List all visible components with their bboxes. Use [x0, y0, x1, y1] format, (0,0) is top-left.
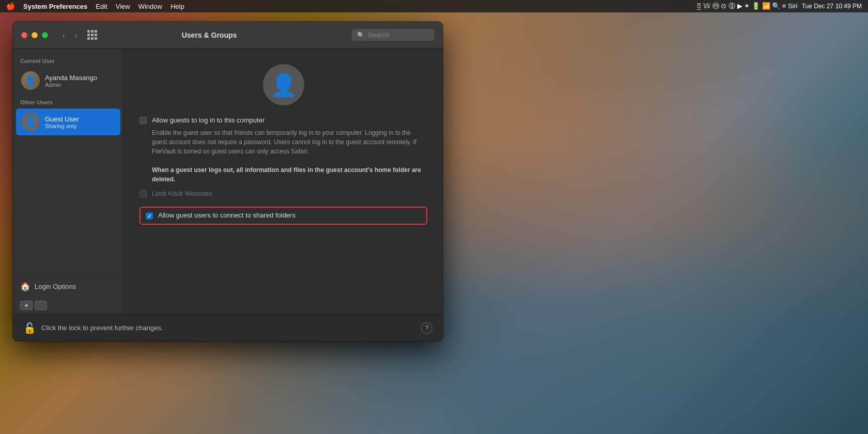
allow-shared-folders-highlight: ✓ Allow guest users to connect to shared… — [140, 207, 427, 224]
allow-shared-folders-checkbox[interactable]: ✓ — [146, 212, 153, 220]
search-bar[interactable]: 🔍 Search — [352, 29, 435, 41]
checkmark-icon: ✓ — [147, 213, 151, 219]
allow-guests-description: Enable the guest user so that friends ca… — [152, 128, 427, 184]
window-body: Current User 👤 Ayanda Masango Admin Othe… — [13, 49, 443, 314]
window-title: Users & Groups — [73, 31, 346, 39]
menubar-datetime: Tue Dec 27 10:49 PM — [802, 3, 862, 10]
sidebar-buttons: + − — [13, 297, 123, 314]
minimize-button[interactable] — [32, 32, 38, 38]
help-button[interactable]: ? — [421, 322, 432, 334]
guest-large-avatar-icon: 👤 — [270, 72, 297, 98]
limit-adult-row: Limit Adult Websites — [140, 189, 427, 198]
options-container: Allow guests to log in to this computer … — [140, 116, 427, 225]
guest-user-name: Guest User — [45, 115, 79, 123]
current-user-info: Ayanda Masango Admin — [45, 74, 97, 88]
sidebar: Current User 👤 Ayanda Masango Admin Othe… — [13, 49, 124, 314]
guest-user-item[interactable]: 👤 Guest User Sharing only — [16, 109, 120, 135]
titlebar: ‹ › Users & Groups 🔍 Search — [13, 22, 443, 49]
guest-avatar-icon: 👤 — [25, 116, 36, 128]
login-options-icon: 🏠 — [20, 282, 30, 291]
login-options-label: Login Options — [35, 283, 76, 290]
allow-guests-login-checkbox[interactable] — [140, 117, 147, 124]
maximize-button[interactable] — [42, 32, 48, 38]
menubar-edit[interactable]: Edit — [96, 3, 107, 10]
limit-adult-label: Limit Adult Websites — [152, 189, 212, 198]
login-options-item[interactable]: 🏠 Login Options — [13, 276, 123, 297]
current-user-item[interactable]: 👤 Ayanda Masango Admin — [16, 67, 120, 94]
apple-menu[interactable]: 🍎 — [6, 2, 15, 10]
current-user-role: Admin — [45, 82, 97, 88]
guest-user-info: Guest User Sharing only — [45, 115, 79, 129]
menubar: 🍎 System Preferences Edit View Window He… — [0, 0, 868, 12]
back-arrow[interactable]: ‹ — [58, 30, 69, 40]
menubar-view[interactable]: View — [116, 3, 130, 10]
menubar-app-name[interactable]: System Preferences — [23, 3, 87, 10]
allow-guests-login-label: Allow guests to log in to this computer — [152, 116, 265, 125]
search-placeholder: Search — [368, 31, 389, 39]
system-preferences-window: ‹ › Users & Groups 🔍 Search Current User — [13, 22, 443, 341]
other-users-label: Other Users — [13, 95, 123, 107]
current-user-name: Ayanda Masango — [45, 74, 97, 82]
allow-shared-folders-label: Allow guest users to connect to shared f… — [158, 211, 296, 220]
allow-guests-login-row: Allow guests to log in to this computer — [140, 116, 427, 125]
menubar-status-icons: ⣿ 𝕎 ⓜ ⊙ ⓖ ▶ ✶ 🔋 📶 🔍 ≡ Siri — [696, 2, 798, 11]
guest-user-role: Sharing only — [45, 123, 79, 129]
traffic-lights — [21, 32, 48, 38]
menubar-window[interactable]: Window — [138, 3, 162, 10]
guest-avatar-large: 👤 — [263, 64, 304, 105]
menubar-help[interactable]: Help — [171, 3, 184, 10]
bottom-bar: 🔓 Click the lock to prevent further chan… — [13, 314, 443, 341]
search-icon: 🔍 — [357, 32, 365, 39]
main-content: 👤 Allow guests to log in to this compute… — [124, 49, 443, 314]
current-user-label: Current User — [13, 54, 123, 66]
add-user-button[interactable]: + — [20, 301, 33, 310]
current-user-avatar: 👤 — [21, 71, 40, 90]
lock-text: Click the lock to prevent further change… — [41, 324, 163, 332]
avatar-icon: 👤 — [25, 75, 36, 86]
remove-user-button[interactable]: − — [35, 301, 47, 310]
allow-guests-warning: When a guest user logs out, all informat… — [152, 166, 421, 183]
guest-user-avatar: 👤 — [21, 113, 40, 131]
limit-adult-checkbox[interactable] — [140, 190, 147, 197]
lock-icon[interactable]: 🔓 — [23, 322, 36, 334]
close-button[interactable] — [21, 32, 27, 38]
lock-section: 🔓 Click the lock to prevent further chan… — [23, 322, 163, 334]
